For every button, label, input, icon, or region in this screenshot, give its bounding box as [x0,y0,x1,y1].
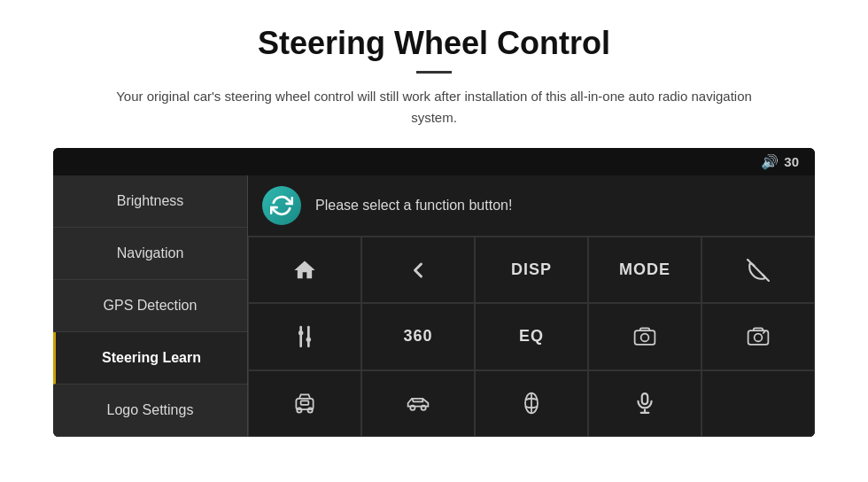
phone-off-icon [747,259,770,282]
title-divider [416,71,452,74]
grid-cell-disp[interactable]: DISP [475,237,588,303]
grid-cell-car-side[interactable] [361,370,475,437]
svg-line-9 [763,331,765,334]
camera2-icon [746,324,771,349]
refresh-button[interactable] [262,186,301,225]
page-title: Steering Wheel Control [258,25,610,62]
grid-cell-360[interactable]: 360 [361,303,475,369]
car-ui-panel: 🔊 30 Brightness Navigation GPS Detection… [53,148,815,437]
car-ui-body: Brightness Navigation GPS Detection Stee… [53,175,815,437]
svg-point-6 [641,333,649,341]
top-bar: 🔊 30 [53,148,815,175]
back-icon [406,258,430,283]
button-grid: DISP MODE [248,237,815,437]
svg-point-15 [422,406,426,410]
sidebar-item-brightness[interactable]: Brightness [53,175,247,228]
car-top-icon [519,391,544,416]
grid-cell-eq[interactable]: EQ [475,303,588,369]
grid-cell-empty [701,370,815,437]
svg-point-4 [306,338,311,342]
camera1-icon [632,324,657,349]
svg-point-8 [755,333,763,341]
svg-point-14 [410,406,415,410]
grid-cell-cam2[interactable] [701,303,815,369]
tune-icon [293,325,316,348]
grid-cell-cam1[interactable] [588,303,701,369]
grid-cell-mode[interactable]: MODE [588,237,701,303]
home-icon [292,258,317,283]
car-front-icon [292,391,317,416]
grid-cell-mic[interactable] [588,370,701,437]
grid-cell-back[interactable] [361,237,475,303]
sidebar-item-steering-learn[interactable]: Steering Learn [53,332,247,385]
sidebar: Brightness Navigation GPS Detection Stee… [53,175,248,437]
svg-rect-7 [748,330,769,345]
sidebar-item-gps[interactable]: GPS Detection [53,280,247,332]
svg-point-3 [298,330,303,335]
label-360: 360 [403,327,432,346]
function-prompt: Please select a function button! [315,198,512,214]
car-side-icon [406,391,430,416]
grid-cell-tune[interactable] [248,303,361,369]
svg-rect-13 [301,401,309,405]
grid-cell-car-front[interactable] [248,370,361,437]
subtitle: Your original car's steering wheel contr… [115,86,753,128]
eq-label: EQ [519,327,544,346]
grid-cell-home[interactable] [248,237,361,303]
grid-cell-car-top[interactable] [475,370,588,437]
svg-rect-18 [642,393,648,404]
volume-icon: 🔊 [761,153,779,170]
grid-cell-phone-off[interactable] [701,237,815,303]
mic-icon [633,392,656,415]
volume-value: 30 [784,154,799,169]
main-content: Please select a function button! [248,175,815,437]
disp-label: DISP [511,260,552,279]
sidebar-item-logo[interactable]: Logo Settings [53,385,247,437]
svg-rect-5 [635,330,655,345]
function-bar: Please select a function button! [248,175,815,237]
mode-label: MODE [619,260,670,279]
sidebar-item-navigation[interactable]: Navigation [53,228,247,280]
